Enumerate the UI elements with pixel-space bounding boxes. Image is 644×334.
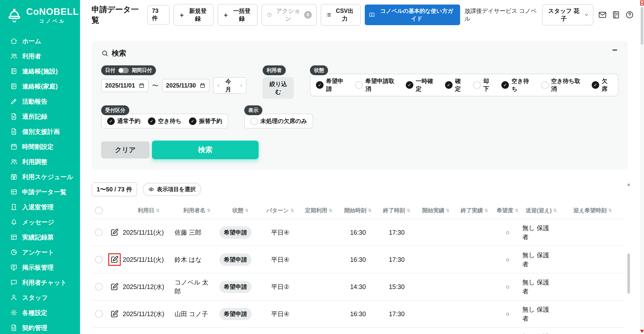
column-header[interactable]: 開始実績 ⇅ [416,207,456,214]
column-header[interactable]: 送迎(迎え) ⇅ [522,207,560,214]
current-month-button[interactable]: 今月 [223,78,236,93]
status-option[interactable]: 希望申請取消 [355,77,398,93]
sort-icon[interactable]: ⇅ [290,208,294,213]
memo-button[interactable] [612,10,621,20]
display-option[interactable]: 未処理の欠席のみ [250,117,307,125]
sort-icon[interactable]: ⇅ [207,208,211,213]
column-header[interactable]: 開始時刻 ⇅ [339,207,377,214]
sort-icon[interactable]: ⇅ [245,208,249,213]
reception-option[interactable]: 通常予約 [107,117,140,125]
sort-icon[interactable]: ⇅ [608,208,612,213]
sort-icon[interactable]: ⇅ [515,208,518,213]
page-scrollbar-thumb[interactable] [641,7,643,45]
date-mode-toggle[interactable]: 日付 期間日付 [101,65,156,75]
row-checkbox[interactable] [95,283,103,290]
bulk-register-button[interactable]: ＋ 一括登録 [218,4,258,26]
next-month-button[interactable] [236,79,246,92]
column-header[interactable]: 定期利用 ⇅ [299,207,339,214]
column-header[interactable]: 迎え希望時刻 ⇅ [560,207,625,214]
sort-icon[interactable]: ⇅ [484,208,488,213]
sidebar-item[interactable]: アンケート [0,245,80,260]
sidebar-item[interactable]: 申請データ一覧 [0,184,80,199]
reception-option[interactable]: 空き待ち [148,117,181,125]
mail-button[interactable] [598,10,607,20]
sidebar-item[interactable]: 個別支援計画 [0,124,80,139]
sort-icon[interactable]: ⇅ [446,208,450,213]
sort-icon[interactable]: ⇅ [407,208,410,213]
column-header[interactable]: 終了時刻 ⇅ [377,207,416,214]
previous-month-button[interactable] [214,79,223,92]
edit-button[interactable] [110,309,119,318]
sort-icon[interactable]: ⇅ [156,208,159,213]
edit-button[interactable] [110,228,119,237]
column-header[interactable]: 状態 ⇅ [219,207,262,214]
help-button[interactable] [625,10,634,20]
status-option[interactable]: 一時確定 [406,77,437,93]
row-checkbox[interactable] [95,310,103,318]
edit-button[interactable] [110,255,119,264]
date-from-input[interactable]: 2025/11/01 [101,79,149,92]
sidebar-item[interactable]: 連絡帳(施設) [0,64,80,79]
status-option[interactable]: 確定 [445,77,466,93]
sort-icon[interactable]: ⇅ [368,208,372,213]
column-header[interactable]: パターン ⇅ [262,207,299,214]
sidebar-item[interactable]: メッセージ [0,215,80,230]
csv-export-button[interactable]: CSV出力 [321,4,361,26]
table-scrollbar[interactable] [627,183,630,334]
narrow-down-button[interactable]: 絞り込む [263,77,294,99]
sidebar-item[interactable]: 通所記録 [0,109,80,124]
date-to-input[interactable]: 2025/11/30 [162,79,210,92]
sidebar-item[interactable]: 利用調整 [0,154,80,169]
row-checkbox[interactable] [95,256,103,263]
sidebar-item[interactable]: 契約管理 [0,320,80,334]
usage-guide-button[interactable]: コノベルの基本的な使い方ガイド [365,5,460,25]
row-checkbox[interactable] [95,229,103,236]
sidebar-item[interactable]: 入退室管理 [0,199,80,215]
sidebar-item[interactable]: 利用者 [0,49,80,64]
table-scrollbar-thumb[interactable] [627,254,630,294]
column-header[interactable]: 利用日 ⇅ [123,207,175,214]
table-scroll-up-icon[interactable] [627,183,630,186]
date-mode-switch[interactable] [118,68,129,73]
cell-start-time: 14:30 [339,283,377,290]
edit-button[interactable] [110,282,119,291]
cell-pickup: 無し 保護者 [522,223,555,242]
status-option[interactable]: 空き待ち [501,77,533,93]
staff-select[interactable]: スタッフ 花子 [542,4,594,25]
sidebar-item[interactable]: 活動報告 [0,94,80,109]
sidebar-item[interactable]: 時間割設定 [0,139,80,154]
user-filter-group: 利用者 絞り込む [263,65,294,99]
edit-button-highlight [108,280,121,293]
select-all-checkbox[interactable] [95,207,103,214]
page-scroll-up-button[interactable] [640,1,644,6]
reception-option[interactable]: 振替予約 [189,117,222,125]
status-option[interactable]: 欠席 [592,77,612,93]
column-select-button[interactable]: 表示項目を選択 [143,183,201,196]
status-option[interactable]: 空き待ち取消 [541,77,584,93]
column-header[interactable]: 利用者名 ⇅ [175,207,219,214]
column-header[interactable]: 希望度 ⇅ [493,207,522,214]
status-option[interactable]: 希望申請 [316,77,348,93]
sidebar-item[interactable]: 利用スケジュール [0,169,80,184]
collapse-panel-button[interactable]: − [612,45,617,55]
sidebar-item[interactable]: スタッフ [0,290,80,305]
sidebar-item[interactable]: 各種設定 [0,305,80,320]
page-scrollbar[interactable] [640,0,644,334]
sidebar-item[interactable]: 実績記録票 [0,230,80,245]
column-header[interactable]: 終了実績 ⇅ [456,207,493,214]
sidebar-item[interactable]: 利用者チャット [0,275,80,290]
page-scroll-down-button[interactable] [640,328,644,334]
sort-icon[interactable]: ⇅ [329,208,332,213]
action-button[interactable]: アクション 0 [262,4,317,26]
conobell-logo[interactable]: CoNOBELL コノベル [0,0,80,26]
edit-button-highlight [108,253,121,266]
checkbox-icon [189,117,196,125]
new-record-button[interactable]: ＋ 新規登録 [174,4,214,26]
clear-button[interactable]: クリア [101,141,149,158]
sidebar-item[interactable]: ホーム [0,33,80,49]
status-option[interactable]: 却下 [473,77,494,93]
sidebar-item[interactable]: 掲示板管理 [0,260,80,275]
sidebar-item[interactable]: 連絡帳(家庭) [0,79,80,94]
search-button[interactable]: 検索 [152,141,259,159]
sort-icon[interactable]: ⇅ [553,208,557,213]
